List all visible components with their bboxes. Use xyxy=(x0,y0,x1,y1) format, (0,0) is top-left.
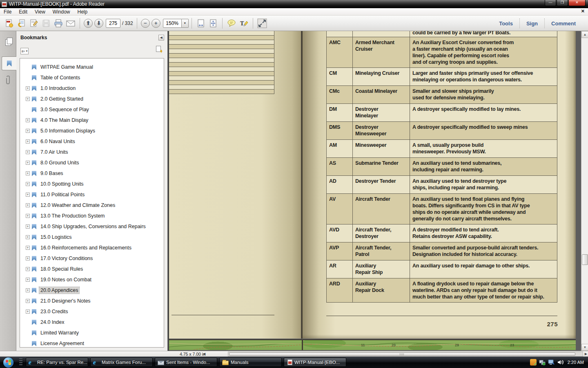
scroll-up-button[interactable]: ▲ xyxy=(581,31,588,38)
bookmark-item[interactable]: + 1.0 Introduction xyxy=(20,83,164,94)
pdf-right-page[interactable]: could be carried by a few larger PT Boat… xyxy=(303,31,576,339)
taskbar-window-button[interactable]: e RE: Parry vs. Spar Re... xyxy=(26,358,88,367)
bookmark-item[interactable]: + 19.0 Notes on Combat xyxy=(20,274,164,285)
bookmark-item[interactable]: + 12.0 Weather and Climate Zones xyxy=(20,200,164,211)
expand-plus-icon[interactable]: + xyxy=(26,150,30,154)
bookmark-item[interactable]: + 4.0 The Main Display xyxy=(20,115,164,126)
bookmark-options-menu-button[interactable]: 8= ▾ xyxy=(20,48,29,54)
tools-button[interactable]: Tools xyxy=(492,20,519,27)
network-status-icon[interactable] xyxy=(539,359,546,366)
attachments-tab[interactable] xyxy=(2,74,16,88)
page-thumbnails-tab[interactable] xyxy=(2,34,16,48)
zoom-out-button[interactable]: − xyxy=(141,19,150,28)
bookmark-item[interactable]: + 17.0 Victory Conditions xyxy=(20,253,164,264)
bookmark-item[interactable]: + 13.0 The Production System xyxy=(20,211,164,221)
bookmark-item[interactable]: + 7.0 Air Units xyxy=(20,147,164,157)
bookmark-item[interactable]: + WITPAE Game Manual xyxy=(20,62,164,72)
bookmark-item[interactable]: + Table of Contents xyxy=(20,72,164,83)
sign-document-icon[interactable] xyxy=(29,18,39,29)
expand-plus-icon[interactable]: + xyxy=(26,118,30,122)
bookmark-item[interactable]: + 10.0 Spotting Units xyxy=(20,179,164,189)
bookmark-item[interactable]: + 11.0 Political Points xyxy=(20,189,164,200)
start-button[interactable] xyxy=(3,357,13,368)
restore-button[interactable]: ❐ xyxy=(557,0,568,6)
previous-page-button[interactable]: ⬆ xyxy=(84,19,93,28)
expand-plus-icon[interactable]: + xyxy=(26,129,30,133)
taskbar-window-button[interactable]: Manuals xyxy=(219,358,282,367)
zoom-dropdown-button[interactable]: ▾ xyxy=(182,19,189,28)
expand-plus-icon[interactable]: + xyxy=(26,310,30,314)
sign-button[interactable]: Sign xyxy=(520,20,544,27)
zoom-level-value[interactable]: 150% xyxy=(163,19,182,28)
next-page-button[interactable]: ⬇ xyxy=(94,19,103,28)
taskbar-clock[interactable]: 2:20 AM xyxy=(568,360,584,365)
volume-icon[interactable] xyxy=(557,359,564,366)
taskbar-window-button[interactable]: e Matrix Games Foru... xyxy=(90,358,153,367)
bookmark-item[interactable]: + 3.0 Sequence of Play xyxy=(20,104,164,115)
expand-plus-icon[interactable]: + xyxy=(26,97,30,101)
fullscreen-icon[interactable] xyxy=(257,18,267,29)
scroll-right-button[interactable]: ▶ xyxy=(585,352,587,356)
expand-plus-icon[interactable]: + xyxy=(26,139,30,144)
minimize-button[interactable]: — xyxy=(545,0,556,6)
bookmark-item[interactable]: + 8.0 Ground Units xyxy=(20,157,164,168)
expand-plus-icon[interactable]: + xyxy=(26,224,30,229)
scroll-down-button[interactable]: ▼ xyxy=(581,344,588,351)
expand-plus-icon[interactable]: + xyxy=(26,267,30,271)
menu-help[interactable]: Help xyxy=(74,8,91,16)
expand-plus-icon[interactable]: + xyxy=(26,235,30,239)
bookmark-item[interactable]: + Limited Warranty xyxy=(20,328,164,338)
expand-plus-icon[interactable]: + xyxy=(26,161,30,165)
bookmarks-tab[interactable] xyxy=(2,56,16,70)
expand-plus-icon[interactable]: + xyxy=(26,278,30,282)
scroll-left-button[interactable]: ◀ xyxy=(203,352,205,356)
bookmark-item[interactable]: + 14.0 Ship Upgrades, Conversions and Re… xyxy=(20,221,164,232)
print-icon[interactable] xyxy=(53,18,64,29)
fit-width-icon[interactable] xyxy=(196,18,206,29)
horizontal-scrollbar[interactable] xyxy=(228,352,583,357)
expand-plus-icon[interactable]: + xyxy=(26,246,30,250)
expand-plus-icon[interactable]: + xyxy=(26,256,30,260)
bookmark-item[interactable]: + 16.0 Reinforcements and Replacements xyxy=(20,242,164,253)
pdf-left-page[interactable] xyxy=(169,31,301,339)
bookmark-item[interactable]: + License Agreement xyxy=(20,338,164,348)
menu-window[interactable]: Window xyxy=(49,8,74,16)
sticky-note-comment-icon[interactable] xyxy=(226,18,237,29)
notification-app-icon[interactable] xyxy=(530,359,537,366)
bookmark-item[interactable]: + 20.0 Appendices xyxy=(20,285,164,296)
bookmark-item[interactable]: + 23.0 Credits xyxy=(20,306,164,317)
bookmark-item[interactable]: + 5.0 Information Displays xyxy=(20,126,164,136)
menu-edit[interactable]: Edit xyxy=(15,8,31,16)
comment-button[interactable]: Comment xyxy=(545,20,582,27)
fit-page-icon[interactable] xyxy=(208,18,218,29)
bookmark-item[interactable]: + 6.0 Naval Units xyxy=(20,136,164,147)
expand-plus-icon[interactable]: + xyxy=(26,203,30,207)
expand-plus-icon[interactable]: + xyxy=(26,288,30,292)
bookmark-item[interactable]: + 24.0 Index xyxy=(20,317,164,328)
bookmark-item[interactable]: + 15.0 Logistics xyxy=(20,232,164,242)
zoom-in-button[interactable]: + xyxy=(151,19,160,28)
bookmark-item[interactable]: + 21.0 Designer's Notes xyxy=(20,296,164,306)
bookmark-item[interactable]: + 9.0 Bases xyxy=(20,168,164,179)
open-file-icon[interactable] xyxy=(16,18,27,29)
new-bookmark-button[interactable]: ➧ xyxy=(155,46,163,53)
collapse-panel-button[interactable]: ◀ xyxy=(158,35,164,40)
horizontal-scrollbar-thumb[interactable] xyxy=(229,352,575,356)
bookmark-item[interactable]: + 18.0 Special Rules xyxy=(20,264,164,274)
expand-plus-icon[interactable]: + xyxy=(26,193,30,197)
expand-plus-icon[interactable]: + xyxy=(26,86,30,90)
page-number-input[interactable] xyxy=(106,19,120,28)
display-settings-icon[interactable] xyxy=(548,359,555,366)
expand-plus-icon[interactable]: + xyxy=(26,182,30,186)
create-pdf-icon[interactable] xyxy=(4,18,15,29)
menu-view[interactable]: View xyxy=(31,8,49,16)
vertical-scrollbar[interactable]: ▲ ▼ xyxy=(581,31,588,351)
bookmark-item[interactable]: + 2.0 Getting Started xyxy=(20,94,164,104)
toolbar-close-icon[interactable]: ✕ xyxy=(581,9,585,14)
expand-plus-icon[interactable]: + xyxy=(26,299,30,303)
taskbar-window-button[interactable]: Sent Items - Windo... xyxy=(155,358,217,367)
highlight-text-icon[interactable]: T xyxy=(238,18,249,29)
vertical-scrollbar-thumb[interactable] xyxy=(582,254,588,265)
taskbar-window-button[interactable]: WITP-Manual-[EBO... xyxy=(284,358,346,367)
expand-plus-icon[interactable]: + xyxy=(26,171,30,175)
